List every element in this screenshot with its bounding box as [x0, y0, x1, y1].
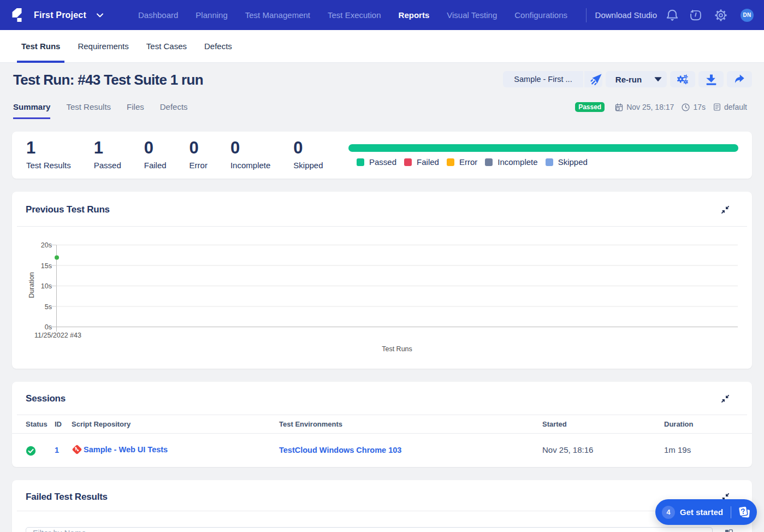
svg-text:20s: 20s [41, 241, 52, 249]
svg-text:0s: 0s [45, 323, 52, 331]
svg-text:Duration: Duration [28, 272, 35, 298]
svg-text:10s: 10s [41, 282, 52, 290]
svg-text:Test Runs: Test Runs [382, 345, 412, 353]
svg-text:15s: 15s [41, 262, 52, 270]
svg-text:11/25/2022 #43: 11/25/2022 #43 [34, 332, 81, 339]
svg-text:5s: 5s [45, 303, 52, 311]
